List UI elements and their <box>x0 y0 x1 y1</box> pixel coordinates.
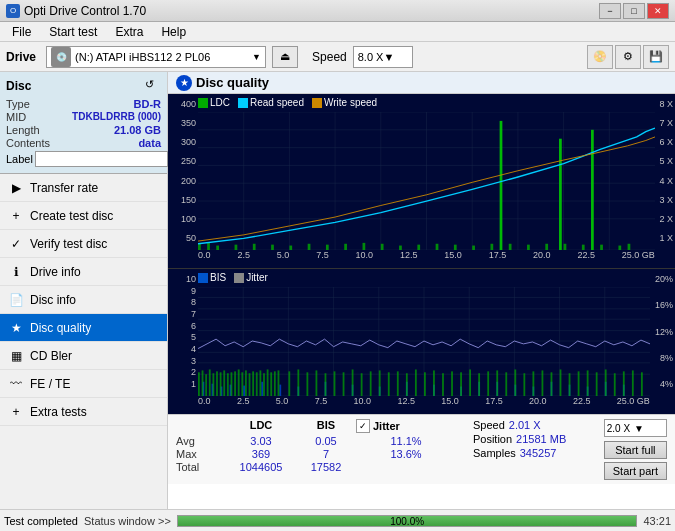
svg-rect-21 <box>253 244 256 250</box>
sidebar-item-cd-bler[interactable]: ▦ CD Bler <box>0 342 167 370</box>
svg-rect-88 <box>198 372 200 396</box>
chart-legend-top: LDC Read speed Write speed <box>198 97 377 108</box>
svg-rect-38 <box>545 244 548 250</box>
x-axis-top: 0.0 2.5 5.0 7.5 10.0 12.5 15.0 17.5 20.0… <box>198 250 655 268</box>
sidebar-item-label-disc-quality: Disc quality <box>30 321 91 335</box>
svg-rect-114 <box>316 370 318 396</box>
close-button[interactable]: ✕ <box>647 3 669 19</box>
sidebar-item-extra-tests[interactable]: + Extra tests <box>0 398 167 426</box>
transfer-rate-icon: ▶ <box>8 180 24 196</box>
svg-rect-111 <box>288 371 290 396</box>
chart-top: 400 350 300 250 200 150 100 50 8 X 7 X 6… <box>168 94 675 269</box>
y-axis-top: 400 350 300 250 200 150 100 50 <box>168 94 198 248</box>
sidebar-item-label-create-test-disc: Create test disc <box>30 209 113 223</box>
y-right-4x: 4 X <box>657 176 673 186</box>
speed-section: Speed 2.01 X Position 21581 MB Samples 3… <box>473 419 580 459</box>
svg-rect-117 <box>343 372 345 396</box>
sidebar-item-transfer-rate[interactable]: ▶ Transfer rate <box>0 174 167 202</box>
legend-ldc: LDC <box>198 97 230 108</box>
speed-selector[interactable]: 8.0 X ▼ <box>353 46 413 68</box>
svg-rect-132 <box>478 373 480 396</box>
menu-file[interactable]: File <box>4 23 39 41</box>
disc-label-input[interactable] <box>35 151 168 167</box>
start-part-button[interactable]: Start part <box>604 462 667 480</box>
y-right-8x: 8 X <box>657 99 673 109</box>
svg-rect-33 <box>472 246 475 250</box>
disc-info-panel: Disc ↺ Type BD-R MID TDKBLDRRB (000) Len… <box>0 72 167 174</box>
menu-extra[interactable]: Extra <box>107 23 151 41</box>
status-time: 43:21 <box>643 515 671 527</box>
disc-length-label: Length <box>6 124 40 136</box>
test-controls: 2.0 X ▼ Start full Start part <box>604 419 667 480</box>
speed-position-row: Position 21581 MB <box>473 433 580 445</box>
menu-start-test[interactable]: Start test <box>41 23 105 41</box>
sidebar-item-drive-info[interactable]: ℹ Drive info <box>0 258 167 286</box>
read-disc-button[interactable]: 📀 <box>587 45 613 69</box>
stats-avg-bis: 0.05 <box>296 435 356 447</box>
toolbar-buttons: 📀 ⚙ 💾 <box>587 45 669 69</box>
svg-rect-31 <box>436 244 439 250</box>
statusbar: Test completed Status window >> 100.0% 4… <box>0 509 675 531</box>
drive-icon: 💿 <box>51 47 71 67</box>
svg-rect-149 <box>632 370 634 396</box>
disc-mid-row: MID TDKBLDRRB (000) <box>6 111 161 123</box>
settings-button[interactable]: ⚙ <box>615 45 641 69</box>
sidebar-item-fe-te[interactable]: 〰 FE / TE <box>0 370 167 398</box>
svg-rect-143 <box>578 371 580 396</box>
svg-rect-34 <box>490 244 493 250</box>
svg-rect-125 <box>415 369 417 396</box>
svg-rect-94 <box>220 372 222 396</box>
svg-rect-101 <box>245 370 247 396</box>
svg-rect-107 <box>267 369 269 396</box>
speed-samples-row: Samples 345257 <box>473 447 580 459</box>
speed-test-dropdown[interactable]: 2.0 X ▼ <box>604 419 667 437</box>
sidebar-item-create-test-disc[interactable]: + Create test disc <box>0 202 167 230</box>
drive-selector[interactable]: 💿 (N:) ATAPI iHBS112 2 PL06 ▼ <box>46 46 266 68</box>
disc-label-row: Label ⚙ <box>6 151 161 167</box>
menu-help[interactable]: Help <box>153 23 194 41</box>
legend-read-color <box>238 98 248 108</box>
disc-mid-value: TDKBLDRRB (000) <box>72 111 161 123</box>
svg-rect-147 <box>614 373 616 396</box>
disc-contents-label: Contents <box>6 137 50 149</box>
svg-rect-122 <box>388 372 390 396</box>
disc-refresh-icon[interactable]: ↺ <box>145 78 161 94</box>
save-button[interactable]: 💾 <box>643 45 669 69</box>
sidebar-item-disc-quality[interactable]: ★ Disc quality <box>0 314 167 342</box>
menubar: File Start test Extra Help <box>0 22 675 42</box>
svg-rect-112 <box>297 369 299 396</box>
disc-type-label: Type <box>6 98 30 110</box>
maximize-button[interactable]: □ <box>623 3 645 19</box>
speed-label: Speed <box>312 50 347 64</box>
sidebar-item-verify-test-disc[interactable]: ✓ Verify test disc <box>0 230 167 258</box>
y-right-3x: 3 X <box>657 195 673 205</box>
svg-rect-93 <box>216 371 218 396</box>
svg-rect-92 <box>212 373 214 396</box>
stats-avg-jitter: 11.1% <box>356 435 456 447</box>
speed-samples-val: 345257 <box>520 447 580 459</box>
legend-jitter: Jitter <box>234 272 268 283</box>
disc-type-value: BD-R <box>134 98 162 110</box>
y-right-2x: 2 X <box>657 214 673 224</box>
start-full-button[interactable]: Start full <box>604 441 667 459</box>
jitter-checkbox[interactable]: ✓ <box>356 419 370 433</box>
svg-rect-142 <box>569 373 571 396</box>
sidebar-item-disc-info[interactable]: 📄 Disc info <box>0 286 167 314</box>
svg-rect-110 <box>278 370 280 396</box>
drive-dropdown-arrow: ▼ <box>252 52 261 62</box>
svg-rect-37 <box>527 245 530 250</box>
speed-speed-val: 2.01 X <box>509 419 569 431</box>
y-right-5x: 5 X <box>657 156 673 166</box>
svg-rect-131 <box>469 369 471 396</box>
window-controls: − □ ✕ <box>599 3 669 19</box>
svg-rect-29 <box>399 246 402 250</box>
status-window-button[interactable]: Status window >> <box>84 515 171 527</box>
svg-rect-113 <box>306 372 308 396</box>
eject-button[interactable]: ⏏ <box>272 46 298 68</box>
minimize-button[interactable]: − <box>599 3 621 19</box>
y-label-200: 200 <box>170 176 196 186</box>
chart-area: 400 350 300 250 200 150 100 50 8 X 7 X 6… <box>168 94 675 509</box>
stats-total-ldc: 1044605 <box>226 461 296 473</box>
sidebar-item-label-disc-info: Disc info <box>30 293 76 307</box>
disc-type-row: Type BD-R <box>6 98 161 110</box>
